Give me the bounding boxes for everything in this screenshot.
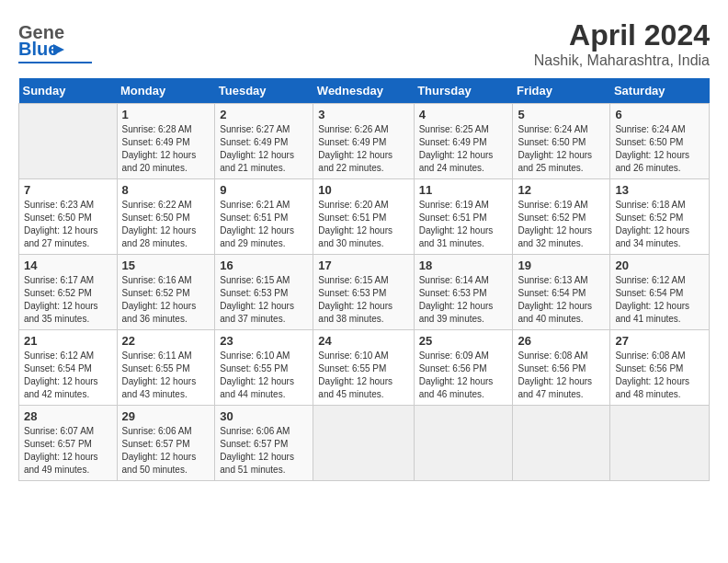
calendar-day-cell: 16Sunrise: 6:15 AM Sunset: 6:53 PM Dayli… (215, 255, 313, 330)
day-info: Sunrise: 6:12 AM Sunset: 6:54 PM Dayligh… (24, 350, 112, 401)
day-info: Sunrise: 6:18 AM Sunset: 6:52 PM Dayligh… (615, 199, 704, 250)
calendar-day-cell: 9Sunrise: 6:21 AM Sunset: 6:51 PM Daylig… (215, 179, 313, 255)
calendar-day-cell: 4Sunrise: 6:25 AM Sunset: 6:49 PM Daylig… (414, 104, 513, 179)
calendar-header-cell: Monday (117, 78, 215, 104)
day-number: 21 (24, 334, 112, 348)
subtitle: Nashik, Maharashtra, India (534, 52, 710, 69)
calendar-day-cell: 27Sunrise: 6:08 AM Sunset: 6:56 PM Dayli… (610, 330, 710, 406)
calendar-day-cell: 24Sunrise: 6:10 AM Sunset: 6:55 PM Dayli… (313, 330, 414, 406)
day-info: Sunrise: 6:13 AM Sunset: 6:54 PM Dayligh… (518, 274, 605, 326)
svg-marker-2 (53, 44, 64, 55)
day-info: Sunrise: 6:12 AM Sunset: 6:54 PM Dayligh… (615, 274, 704, 326)
day-info: Sunrise: 6:10 AM Sunset: 6:55 PM Dayligh… (318, 350, 408, 401)
logo-icon: General Blue (18, 18, 64, 60)
calendar-day-cell: 22Sunrise: 6:11 AM Sunset: 6:55 PM Dayli… (117, 330, 215, 406)
calendar-day-cell: 10Sunrise: 6:20 AM Sunset: 6:51 PM Dayli… (313, 179, 414, 255)
calendar-day-cell: 21Sunrise: 6:12 AM Sunset: 6:54 PM Dayli… (19, 330, 118, 406)
day-number: 26 (518, 334, 605, 348)
day-number: 30 (220, 409, 308, 423)
calendar-day-cell: 25Sunrise: 6:09 AM Sunset: 6:56 PM Dayli… (414, 330, 513, 406)
day-number: 5 (518, 108, 605, 121)
day-number: 22 (122, 334, 210, 348)
calendar-day-cell: 23Sunrise: 6:10 AM Sunset: 6:55 PM Dayli… (215, 330, 313, 406)
day-info: Sunrise: 6:25 AM Sunset: 6:49 PM Dayligh… (419, 123, 508, 175)
day-number: 9 (220, 183, 308, 197)
day-number: 11 (419, 183, 508, 197)
day-info: Sunrise: 6:08 AM Sunset: 6:56 PM Dayligh… (615, 350, 704, 401)
day-info: Sunrise: 6:15 AM Sunset: 6:53 PM Dayligh… (318, 274, 408, 326)
calendar-day-cell: 20Sunrise: 6:12 AM Sunset: 6:54 PM Dayli… (610, 255, 710, 330)
day-info: Sunrise: 6:06 AM Sunset: 6:57 PM Dayligh… (122, 425, 210, 477)
calendar-day-cell: 15Sunrise: 6:16 AM Sunset: 6:52 PM Dayli… (117, 255, 215, 330)
day-info: Sunrise: 6:27 AM Sunset: 6:49 PM Dayligh… (220, 123, 308, 175)
day-number: 29 (122, 409, 210, 423)
title-section: April 2024 Nashik, Maharashtra, India (534, 18, 710, 69)
calendar-day-cell (414, 406, 513, 481)
day-number: 6 (615, 108, 704, 121)
day-number: 14 (24, 259, 112, 272)
calendar-day-cell: 28Sunrise: 6:07 AM Sunset: 6:57 PM Dayli… (19, 406, 118, 481)
calendar-day-cell (19, 104, 118, 179)
day-number: 28 (24, 409, 112, 423)
calendar-day-cell: 12Sunrise: 6:19 AM Sunset: 6:52 PM Dayli… (513, 179, 610, 255)
calendar-header-row: SundayMondayTuesdayWednesdayThursdayFrid… (19, 78, 710, 104)
calendar-day-cell: 8Sunrise: 6:22 AM Sunset: 6:50 PM Daylig… (117, 179, 215, 255)
calendar-day-cell: 30Sunrise: 6:06 AM Sunset: 6:57 PM Dayli… (215, 406, 313, 481)
calendar-day-cell: 29Sunrise: 6:06 AM Sunset: 6:57 PM Dayli… (117, 406, 215, 481)
day-info: Sunrise: 6:17 AM Sunset: 6:52 PM Dayligh… (24, 274, 112, 326)
day-info: Sunrise: 6:21 AM Sunset: 6:51 PM Dayligh… (220, 199, 308, 250)
page-header: General Blue April 2024 Nashik, Maharash… (18, 18, 710, 69)
calendar-day-cell: 18Sunrise: 6:14 AM Sunset: 6:53 PM Dayli… (414, 255, 513, 330)
day-info: Sunrise: 6:19 AM Sunset: 6:51 PM Dayligh… (419, 199, 508, 250)
calendar-day-cell: 5Sunrise: 6:24 AM Sunset: 6:50 PM Daylig… (513, 104, 610, 179)
day-info: Sunrise: 6:09 AM Sunset: 6:56 PM Dayligh… (419, 350, 508, 401)
day-number: 1 (122, 108, 210, 121)
day-number: 17 (318, 259, 408, 272)
calendar-day-cell (513, 406, 610, 481)
day-info: Sunrise: 6:16 AM Sunset: 6:52 PM Dayligh… (122, 274, 210, 326)
logo: General Blue (18, 18, 92, 63)
main-title: April 2024 (534, 18, 710, 52)
calendar-week-row: 14Sunrise: 6:17 AM Sunset: 6:52 PM Dayli… (19, 255, 710, 330)
day-number: 27 (615, 334, 704, 348)
day-info: Sunrise: 6:22 AM Sunset: 6:50 PM Dayligh… (122, 199, 210, 250)
day-number: 4 (419, 108, 508, 121)
calendar-day-cell: 17Sunrise: 6:15 AM Sunset: 6:53 PM Dayli… (313, 255, 414, 330)
svg-text:Blue: Blue (18, 39, 58, 59)
calendar-header-cell: Sunday (19, 78, 118, 104)
calendar-week-row: 21Sunrise: 6:12 AM Sunset: 6:54 PM Dayli… (19, 330, 710, 406)
day-info: Sunrise: 6:24 AM Sunset: 6:50 PM Dayligh… (615, 123, 704, 175)
calendar-week-row: 7Sunrise: 6:23 AM Sunset: 6:50 PM Daylig… (19, 179, 710, 255)
calendar-day-cell (313, 406, 414, 481)
calendar-header-cell: Saturday (610, 78, 710, 104)
day-info: Sunrise: 6:06 AM Sunset: 6:57 PM Dayligh… (220, 425, 308, 477)
day-number: 25 (419, 334, 508, 348)
calendar-day-cell: 3Sunrise: 6:26 AM Sunset: 6:49 PM Daylig… (313, 104, 414, 179)
calendar-header-cell: Thursday (414, 78, 513, 104)
calendar-header-cell: Tuesday (215, 78, 313, 104)
day-info: Sunrise: 6:20 AM Sunset: 6:51 PM Dayligh… (318, 199, 408, 250)
day-number: 3 (318, 108, 408, 121)
day-number: 20 (615, 259, 704, 272)
calendar-week-row: 1Sunrise: 6:28 AM Sunset: 6:49 PM Daylig… (19, 104, 710, 179)
calendar-day-cell: 14Sunrise: 6:17 AM Sunset: 6:52 PM Dayli… (19, 255, 118, 330)
day-number: 19 (518, 259, 605, 272)
day-info: Sunrise: 6:15 AM Sunset: 6:53 PM Dayligh… (220, 274, 308, 326)
day-number: 15 (122, 259, 210, 272)
calendar-day-cell: 26Sunrise: 6:08 AM Sunset: 6:56 PM Dayli… (513, 330, 610, 406)
calendar-body: 1Sunrise: 6:28 AM Sunset: 6:49 PM Daylig… (19, 104, 710, 481)
day-number: 18 (419, 259, 508, 272)
day-info: Sunrise: 6:14 AM Sunset: 6:53 PM Dayligh… (419, 274, 508, 326)
calendar-day-cell: 11Sunrise: 6:19 AM Sunset: 6:51 PM Dayli… (414, 179, 513, 255)
calendar-day-cell (610, 406, 710, 481)
day-info: Sunrise: 6:19 AM Sunset: 6:52 PM Dayligh… (518, 199, 605, 250)
day-number: 24 (318, 334, 408, 348)
day-info: Sunrise: 6:11 AM Sunset: 6:55 PM Dayligh… (122, 350, 210, 401)
calendar-day-cell: 13Sunrise: 6:18 AM Sunset: 6:52 PM Dayli… (610, 179, 710, 255)
day-number: 8 (122, 183, 210, 197)
calendar-table: SundayMondayTuesdayWednesdayThursdayFrid… (18, 78, 710, 481)
day-number: 10 (318, 183, 408, 197)
calendar-day-cell: 6Sunrise: 6:24 AM Sunset: 6:50 PM Daylig… (610, 104, 710, 179)
calendar-day-cell: 7Sunrise: 6:23 AM Sunset: 6:50 PM Daylig… (19, 179, 118, 255)
calendar-header-cell: Friday (513, 78, 610, 104)
